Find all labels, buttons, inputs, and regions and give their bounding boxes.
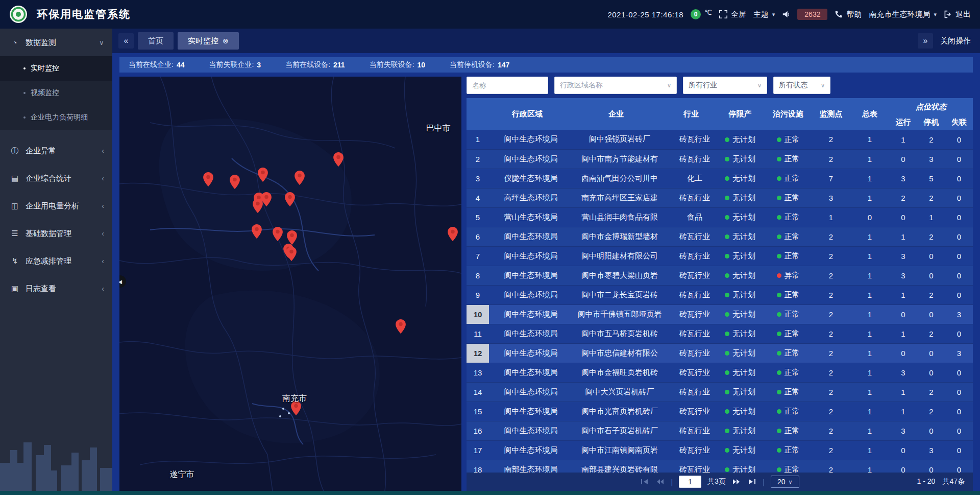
map-pin-icon[interactable] xyxy=(448,227,458,241)
stat-lost-enterprises: 当前失联企业: 3 xyxy=(209,60,261,69)
cell-region: 营山生态环境局 xyxy=(489,207,566,227)
first-page-button[interactable] xyxy=(640,478,649,485)
page-size-select[interactable]: 20 ∨ xyxy=(771,476,799,488)
status-dot-icon xyxy=(725,234,729,239)
prev-page-button[interactable] xyxy=(655,478,665,485)
map-pin-icon[interactable] xyxy=(396,319,406,334)
table-row[interactable]: 5 营山生态环境局 营山县润丰肉食品有限 食品 无计划 正常 1 0 0 1 0 xyxy=(467,207,973,227)
col-header-index xyxy=(467,98,489,130)
help-label: 帮助 xyxy=(846,10,862,19)
fullscreen-button[interactable]: 全屏 xyxy=(719,10,746,19)
map-pin-icon[interactable] xyxy=(295,171,305,185)
table-row[interactable]: 4 高坪生态环境局 南充市高坪区王家店建 砖瓦行业 无计划 正常 3 1 2 2… xyxy=(467,188,973,207)
map-city-label: 南充市 xyxy=(282,393,307,404)
cell-facility-status: 正常 xyxy=(765,227,812,246)
cell-region: 阆中生态环境局 xyxy=(489,266,566,285)
map-pin-icon[interactable] xyxy=(285,192,295,206)
map-pin-icon[interactable] xyxy=(252,224,262,239)
table-row[interactable]: 15 阆中生态环境局 阆中市光富页岩机砖厂 砖瓦行业 无计划 正常 2 1 1 … xyxy=(467,402,973,421)
sidebar-item-enterprise-stats[interactable]: ▤ 企业综合统计 ‹ xyxy=(0,164,112,192)
table-row[interactable]: 17 阆中生态环境局 阆中市江南镇阆南页岩 砖瓦行业 无计划 正常 2 1 0 … xyxy=(467,440,973,460)
map-pin-icon[interactable] xyxy=(261,192,272,206)
map-pin-icon[interactable] xyxy=(273,227,283,241)
next-page-button[interactable] xyxy=(732,478,741,485)
double-chevron-right-icon: » xyxy=(923,36,928,45)
map-pin-icon[interactable] xyxy=(287,230,297,245)
tab-realtime-monitor[interactable]: 实时监控 ⊗ xyxy=(178,32,239,50)
notification-count-badge[interactable]: 2632 xyxy=(797,9,827,20)
status-dot-icon xyxy=(777,448,781,453)
map-pin-icon[interactable] xyxy=(333,152,344,167)
sidebar-item-label: 日志查看 xyxy=(26,284,56,294)
status-dot-icon xyxy=(777,176,781,181)
cell-company: 阆中市忠信建材有限公 xyxy=(566,343,667,363)
cell-index: 13 xyxy=(467,363,489,382)
name-filter-input[interactable] xyxy=(467,77,548,94)
map-pin-icon[interactable] xyxy=(258,168,268,182)
logout-button[interactable]: 退出 xyxy=(944,10,971,19)
bullet-icon xyxy=(23,67,26,69)
tab-home[interactable]: 首页 xyxy=(138,32,174,50)
table-row[interactable]: 14 阆中生态环境局 阆中大兴页岩机砖厂 砖瓦行业 无计划 正常 2 1 1 2… xyxy=(467,382,973,402)
region-filter-select[interactable]: 行政区域名称 ∨ xyxy=(554,77,677,94)
cell-industry: 砖瓦行业 xyxy=(667,227,716,246)
table-row[interactable]: 11 阆中生态环境局 阆中市五马桥页岩机砖 砖瓦行业 无计划 正常 2 1 1 … xyxy=(467,324,973,343)
table-row[interactable]: 10 阆中生态环境局 阆中市千佛镇五郎垭页岩 砖瓦行业 无计划 正常 2 1 0… xyxy=(467,304,973,324)
cell-total-meters: 1 xyxy=(850,440,889,460)
map-pin-icon[interactable] xyxy=(286,247,297,261)
table-row[interactable]: 1 阆中生态环境局 阆中强锐页岩砖厂 砖瓦行业 无计划 正常 2 1 1 2 0 xyxy=(467,130,973,149)
theme-dropdown[interactable]: 主题 ▾ xyxy=(753,10,775,19)
cell-index: 12 xyxy=(467,343,489,363)
status-dot-icon xyxy=(777,293,781,297)
layers-icon: ☰ xyxy=(10,229,19,238)
cell-facility-status: 正常 xyxy=(765,169,812,188)
sidebar-item-power-load-detail[interactable]: 企业电力负荷明细 xyxy=(0,105,112,130)
sidebar-item-data-monitor[interactable]: ◔ 数据监测 ∨ xyxy=(0,29,112,56)
status-dot-icon xyxy=(725,293,729,297)
sidebar-item-emergency-reduction[interactable]: ↯ 应急减排管理 ‹ xyxy=(0,247,112,275)
table-row[interactable]: 7 阆中生态环境局 阆中明阳建材有限公司 砖瓦行业 无计划 正常 2 1 3 0… xyxy=(467,246,973,266)
map-pin-icon[interactable] xyxy=(230,175,240,189)
map-pin-icon[interactable] xyxy=(203,172,213,186)
info-circle-icon: ⓘ xyxy=(10,146,19,156)
map-panel[interactable]: ◀ xyxy=(119,77,461,491)
table-row[interactable]: 3 仪陇生态环境局 西南油气田分公司川中 化工 无计划 正常 7 1 3 5 0 xyxy=(467,169,973,188)
table-body: 1 阆中生态环境局 阆中强锐页岩砖厂 砖瓦行业 无计划 正常 2 1 1 2 0… xyxy=(467,130,973,479)
cell-industry: 砖瓦行业 xyxy=(667,382,716,402)
table-row[interactable]: 8 阆中生态环境局 阆中市枣碧大梁山页岩 砖瓦行业 无计划 异常 2 1 3 0… xyxy=(467,266,973,285)
sidebar-item-base-data[interactable]: ☰ 基础数据管理 ‹ xyxy=(0,220,112,247)
table-row[interactable]: 12 阆中生态环境局 阆中市忠信建材有限公 砖瓦行业 无计划 正常 2 1 0 … xyxy=(467,343,973,363)
table-row[interactable]: 2 阆中生态环境局 阆中市南方节能建材有 砖瓦行业 无计划 正常 2 1 0 3… xyxy=(467,149,973,169)
announcement-button[interactable] xyxy=(782,10,790,18)
org-dropdown[interactable]: 南充市生态环境局 ▾ xyxy=(869,10,937,19)
cell-facility-status: 正常 xyxy=(765,324,812,343)
status-dot-icon xyxy=(777,273,781,278)
cell-limit-status: 无计划 xyxy=(716,149,765,169)
sidebar-item-enterprise-abnormal[interactable]: ⓘ 企业异常 ‹ xyxy=(0,137,112,164)
sidebar-item-video-monitor[interactable]: 视频监控 xyxy=(0,81,112,105)
sidebar-item-power-analysis[interactable]: ◫ 企业用电量分析 ‹ xyxy=(0,192,112,220)
cell-running: 1 xyxy=(889,285,917,304)
cell-monitor-points: 2 xyxy=(812,130,850,149)
last-page-button[interactable] xyxy=(747,478,756,485)
table-row[interactable]: 16 阆中生态环境局 阆中市石子页岩机砖厂 砖瓦行业 无计划 正常 2 1 3 … xyxy=(467,421,973,440)
map-pin-icon[interactable] xyxy=(253,199,263,213)
sidebar-item-realtime-monitor[interactable]: 实时监控 xyxy=(0,56,112,81)
col-header-lost: 失联 xyxy=(945,115,973,130)
map-roads xyxy=(119,77,461,491)
help-button[interactable]: 帮助 xyxy=(835,10,862,19)
tab-scroll-right-button[interactable]: » xyxy=(918,33,933,49)
industry-filter-select[interactable]: 所有行业 ∨ xyxy=(683,77,767,94)
table-row[interactable]: 9 阆中生态环境局 阆中市二龙长宝页岩砖 砖瓦行业 无计划 正常 2 1 1 2… xyxy=(467,285,973,304)
cell-region: 仪陇生态环境局 xyxy=(489,169,566,188)
status-filter-select[interactable]: 所有状态 ∨ xyxy=(773,77,830,94)
close-operations-button[interactable]: 关闭操作 xyxy=(940,36,971,46)
sidebar-item-log-view[interactable]: ▣ 日志查看 ‹ xyxy=(0,275,112,302)
table-row[interactable]: 6 阆中生态环境局 阆中市金博瑞新型墙材 砖瓦行业 无计划 正常 2 1 1 2… xyxy=(467,227,973,246)
table-row[interactable]: 13 阆中生态环境局 阆中市金福旺页岩机砖 砖瓦行业 无计划 正常 2 1 3 … xyxy=(467,363,973,382)
page-number-input[interactable] xyxy=(679,476,701,488)
close-icon[interactable]: ⊗ xyxy=(223,37,229,45)
cell-industry: 砖瓦行业 xyxy=(667,130,716,149)
tab-scroll-left-button[interactable]: « xyxy=(118,33,134,49)
status-dot-icon xyxy=(725,467,729,472)
